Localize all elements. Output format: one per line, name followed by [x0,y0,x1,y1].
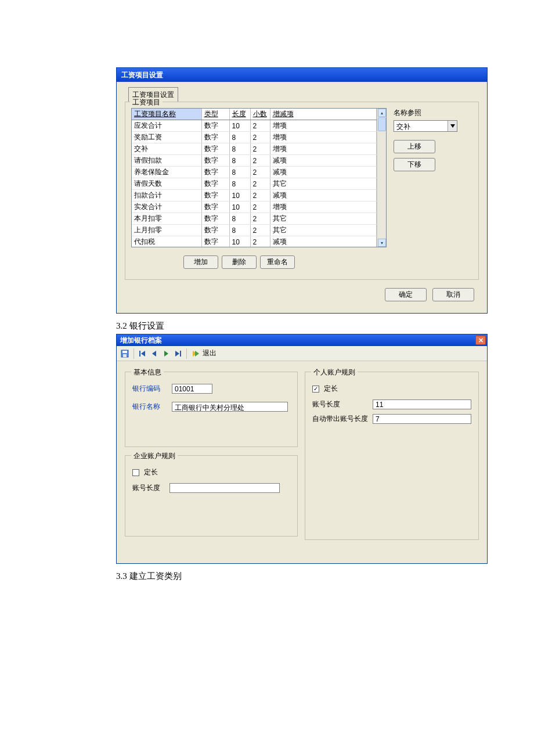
bank-code-label: 银行编码 [132,384,167,394]
personal-fixed-checkbox[interactable]: ✓ [312,386,319,393]
personal-account-rule-group: 个人账户规则 ✓ 定长 账号长度 11 自动带出账号长度 7 [305,372,479,540]
next-icon[interactable] [161,349,171,358]
delete-button[interactable]: 删除 [222,255,257,269]
section-3-2-heading: 3.2 银行设置 [116,321,499,332]
save-icon[interactable] [120,349,129,358]
corp-fixed-label: 定长 [144,467,158,477]
table-row[interactable]: 应发合计数字102增项 [132,120,377,132]
name-reference-combo[interactable]: 交补 [394,120,457,132]
first-icon[interactable] [138,349,147,358]
col-type[interactable]: 类型 [201,109,229,120]
cancel-button[interactable]: 取消 [432,288,474,301]
table-row[interactable]: 奖励工资数字82增项 [132,132,377,143]
basic-info-legend: 基本信息 [131,368,164,377]
auto-len-input[interactable]: 7 [373,414,471,424]
table-row[interactable]: 扣款合计数字102减项 [132,190,377,201]
salary-item-group: 工资项目 工资项目名称 类型 长度 小数 [125,102,479,280]
move-down-button[interactable]: 下移 [394,158,435,171]
bank-name-label: 银行名称 [132,402,167,412]
svg-rect-9 [180,351,181,357]
bank-name-input[interactable]: 工商银行中关村分理处 [172,402,288,412]
window-title: 工资项目设置 [117,68,487,82]
section-3-3-heading: 3.3 建立工资类别 [116,571,499,582]
dropdown-icon[interactable] [448,121,457,131]
svg-marker-8 [175,351,179,357]
ok-button[interactable]: 确定 [385,288,427,301]
svg-marker-6 [152,351,156,357]
personal-fixed-label: 定长 [324,384,338,394]
corp-len-label: 账号长度 [132,483,165,493]
table-row[interactable]: 交补数字82增项 [132,143,377,155]
bank-code-input[interactable]: 01001 [172,384,212,394]
svg-marker-7 [164,351,168,357]
corp-rule-legend: 企业账户规则 [131,451,178,461]
grid-header-row: 工资项目名称 类型 长度 小数 增减项 [132,109,377,120]
svg-marker-11 [195,351,199,357]
corp-len-input[interactable] [169,483,280,493]
table-row[interactable]: 请假扣款数字82减项 [132,155,377,167]
group-legend: 工资项目 [130,98,163,107]
col-decimal[interactable]: 小数 [250,109,270,120]
move-up-button[interactable]: 上移 [394,140,435,153]
corp-fixed-checkbox[interactable] [132,469,139,476]
prev-icon[interactable] [150,349,159,358]
rename-button[interactable]: 重命名 [260,255,295,269]
personal-rule-legend: 个人账户规则 [311,368,358,377]
exit-icon[interactable] [191,349,200,358]
salary-item-settings-window: 工资项目设置 工资项目设置 工资项目 工资项目名称 类型 长 [116,67,488,314]
basic-info-group: 基本信息 银行编码 01001 银行名称 工商银行中关村分理处 [125,372,298,447]
table-row[interactable]: 实发合计数字102增项 [132,201,377,213]
auto-len-label: 自动带出账号长度 [312,414,368,424]
svg-rect-2 [122,351,127,353]
combo-value: 交补 [394,121,448,131]
svg-marker-0 [450,124,455,128]
scroll-thumb[interactable] [378,117,386,131]
salary-item-grid[interactable]: 工资项目名称 类型 长度 小数 增减项 应发合计数字102增项奖励工资数字82增… [131,108,387,247]
col-name[interactable]: 工资项目名称 [132,109,201,120]
scroll-up-icon[interactable]: ▴ [378,109,386,117]
personal-len-input[interactable]: 11 [373,399,471,409]
scroll-down-icon[interactable]: ▾ [378,239,386,247]
table-row[interactable]: 请假天数数字82其它 [132,178,377,190]
corp-account-rule-group: 企业账户规则 定长 账号长度 [125,455,298,537]
name-reference-label: 名称参照 [394,108,463,118]
table-row[interactable]: 养老保险金数字82减项 [132,167,377,178]
col-change[interactable]: 增减项 [270,109,377,120]
table-row[interactable]: 代扣税数字102减项 [132,236,377,247]
exit-label[interactable]: 退出 [203,348,217,358]
svg-marker-5 [141,351,145,357]
col-length[interactable]: 长度 [229,109,250,120]
svg-rect-3 [123,354,127,357]
add-bank-archive-window: 增加银行档案 ✕ 退出 基本信息 银行编码 01001 [116,334,488,564]
window-title: 增加银行档案 [120,336,162,345]
last-icon[interactable] [173,349,182,358]
personal-len-label: 账号长度 [312,399,368,409]
toolbar: 退出 [117,346,487,361]
svg-rect-4 [139,351,140,357]
table-row[interactable]: 上月扣零数字82其它 [132,225,377,236]
add-button[interactable]: 增加 [183,255,218,269]
grid-scrollbar[interactable]: ▴ ▾ [377,109,386,247]
table-row[interactable]: 本月扣零数字82其它 [132,213,377,225]
close-icon[interactable]: ✕ [475,336,486,345]
